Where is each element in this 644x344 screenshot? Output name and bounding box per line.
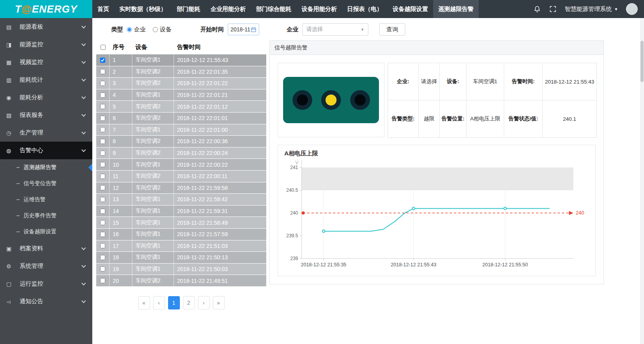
table-row[interactable]: 5车间空调22018-11-22 22:01:12 bbox=[96, 101, 266, 113]
table-row[interactable]: 3车间空调22018-11-22 22:01:22 bbox=[96, 78, 266, 89]
row-checkbox[interactable] bbox=[100, 93, 105, 98]
sidebar-item[interactable]: ◨能源监控 bbox=[0, 36, 92, 53]
type-radio-device[interactable]: 设备 bbox=[153, 26, 172, 33]
sidebar-item-label: 生产管理 bbox=[20, 129, 43, 137]
row-checkbox[interactable] bbox=[100, 139, 105, 144]
table-row[interactable]: 18车间空调12018-11-22 21:50:13 bbox=[96, 252, 266, 264]
row-checkbox[interactable] bbox=[100, 127, 105, 132]
table-row[interactable]: 8车间空调22018-11-22 22:00:36 bbox=[96, 136, 266, 147]
stats-icon: ▥ bbox=[6, 77, 16, 83]
sidebar-item[interactable]: ◅通知公告 bbox=[0, 293, 92, 310]
table-row[interactable]: 6车间空调22018-11-22 22:01:01 bbox=[96, 113, 266, 124]
page-scrollbar[interactable] bbox=[640, 18, 644, 344]
table-row[interactable]: 11车间空调22018-11-22 22:00:11 bbox=[96, 171, 266, 182]
table-row[interactable]: 17车间空调12018-11-22 21:51:03 bbox=[96, 240, 266, 252]
table-row[interactable]: 14车间空调12018-11-22 21:59:31 bbox=[96, 206, 266, 217]
row-time: 2018-11-22 21:49:51 bbox=[174, 275, 266, 286]
sidebar-item[interactable]: ◷生产管理 bbox=[0, 124, 92, 142]
row-checkbox[interactable] bbox=[100, 151, 105, 156]
row-checkbox[interactable] bbox=[100, 232, 105, 237]
row-checkbox[interactable] bbox=[100, 162, 105, 167]
row-checkbox[interactable] bbox=[100, 81, 105, 86]
page-button[interactable]: » bbox=[213, 296, 225, 309]
sidebar-item[interactable]: ▦视频监控 bbox=[0, 53, 92, 71]
row-checkbox[interactable] bbox=[100, 116, 105, 121]
table-row[interactable]: 12车间空调22018-11-22 21:59:58 bbox=[96, 182, 266, 194]
sidebar-item[interactable]: ▥能耗统计 bbox=[0, 71, 92, 89]
query-button[interactable]: 查询 bbox=[379, 23, 405, 36]
page-button[interactable]: ‹ bbox=[153, 296, 165, 309]
topnav-item[interactable]: 首页 bbox=[92, 0, 114, 18]
fullscreen-icon[interactable] bbox=[549, 5, 557, 13]
row-checkbox[interactable] bbox=[100, 209, 105, 214]
avatar[interactable] bbox=[626, 3, 638, 15]
topnav-item[interactable]: 日报表（电） bbox=[342, 0, 388, 18]
row-checkbox[interactable] bbox=[100, 58, 105, 63]
row-checkbox[interactable] bbox=[100, 104, 105, 109]
row-device: 车间空调1 bbox=[132, 229, 174, 240]
sidebar-subitem[interactable]: 历史事件告警 bbox=[0, 207, 92, 224]
scrollbar-thumb[interactable] bbox=[640, 41, 644, 82]
svg-text:240: 240 bbox=[290, 210, 298, 216]
row-no: 16 bbox=[110, 229, 132, 240]
row-checkbox[interactable] bbox=[100, 243, 105, 248]
notice-icon: ◅ bbox=[6, 298, 16, 305]
table-row[interactable]: 15车间空调12018-11-22 21:58:49 bbox=[96, 217, 266, 229]
sidebar-item[interactable]: ▢运行监控 bbox=[0, 275, 92, 293]
page-button[interactable]: 1 bbox=[168, 296, 180, 309]
sidebar-subitem[interactable]: 运维告警 bbox=[0, 191, 92, 207]
sidebar-subitem[interactable]: 信号变位告警 bbox=[0, 175, 92, 191]
table-row[interactable]: 2车间空调22018-11-22 22:01:35 bbox=[96, 66, 266, 78]
topnav-item[interactable]: 部门能耗 bbox=[172, 0, 205, 18]
main-content: 类型 企业 设备 开始时间 2018-11 企业 请选择 ▼ 查询 序号 bbox=[92, 18, 644, 344]
topnav-item[interactable]: 遥测越限告警 bbox=[433, 0, 479, 18]
table-row[interactable]: 9车间空调22018-11-22 22:00:24 bbox=[96, 147, 266, 159]
enterprise-select[interactable]: 请选择 ▼ bbox=[302, 23, 368, 36]
radio-device[interactable] bbox=[153, 27, 158, 32]
sidebar-item[interactable]: ⚙系统管理 bbox=[0, 257, 92, 275]
sidebar-item[interactable]: ▤能源看板 bbox=[0, 18, 92, 36]
row-checkbox[interactable] bbox=[100, 266, 105, 271]
topnav-item[interactable]: 实时数据（秒级） bbox=[114, 0, 172, 18]
table-row[interactable]: 13车间空调12018-11-22 21:59:42 bbox=[96, 194, 266, 206]
table-row[interactable]: 1车间空调12018-12-12 21:55:43 bbox=[96, 55, 266, 66]
sidebar-subitem[interactable]: 设备越限设置 bbox=[0, 224, 92, 240]
row-time: 2018-11-22 22:00:11 bbox=[174, 171, 266, 182]
table-row[interactable]: 4车间空调12018-11-22 22:01:21 bbox=[96, 89, 266, 101]
table-row[interactable]: 20车间空调22018-11-22 21:49:51 bbox=[96, 275, 266, 287]
type-radio-enterprise[interactable]: 企业 bbox=[127, 26, 146, 33]
row-checkbox[interactable] bbox=[100, 255, 105, 260]
sidebar-subitem[interactable]: 遥测越限告警 bbox=[0, 159, 92, 175]
sidebar-item[interactable]: ▧报表服务 bbox=[0, 106, 92, 124]
table-row[interactable]: 19车间空调12018-11-22 21:50:03 bbox=[96, 264, 266, 275]
row-checkbox[interactable] bbox=[100, 69, 105, 74]
page-button[interactable]: › bbox=[198, 296, 210, 309]
row-device: 车间空调1 bbox=[132, 89, 174, 101]
row-checkbox[interactable] bbox=[100, 185, 105, 190]
row-time: 2018-11-22 22:01:22 bbox=[174, 78, 266, 89]
system-menu[interactable]: 智慧能源管理系统▼ bbox=[565, 5, 618, 13]
panel-title: 信号越限告警 bbox=[270, 41, 604, 55]
table-row[interactable]: 7车间空调12018-11-22 22:01:00 bbox=[96, 124, 266, 136]
row-checkbox[interactable] bbox=[100, 197, 105, 202]
topnav-item[interactable]: 设备用能分析 bbox=[296, 0, 342, 18]
row-checkbox[interactable] bbox=[100, 220, 105, 225]
select-all-checkbox[interactable] bbox=[101, 45, 106, 50]
sidebar-item[interactable]: ◉能耗分析 bbox=[0, 89, 92, 106]
start-date-input[interactable]: 2018-11 bbox=[228, 24, 259, 35]
table-row[interactable]: 10车间空调12018-11-22 22:00:22 bbox=[96, 159, 266, 171]
row-checkbox[interactable] bbox=[100, 174, 105, 179]
topnav-item[interactable]: 企业用能分析 bbox=[205, 0, 251, 18]
page-button[interactable]: « bbox=[138, 296, 150, 309]
bell-icon[interactable] bbox=[533, 5, 541, 13]
table-header: 序号 设备 告警时间 bbox=[96, 40, 266, 55]
production-icon: ◷ bbox=[6, 130, 16, 136]
page-button[interactable]: 2 bbox=[183, 296, 195, 309]
topnav-item[interactable]: 设备越限设置 bbox=[388, 0, 433, 18]
table-row[interactable]: 16车间空调12018-11-22 21:57:59 bbox=[96, 229, 266, 240]
radio-enterprise[interactable] bbox=[127, 27, 132, 32]
topnav-item[interactable]: 部门综合能耗 bbox=[251, 0, 296, 18]
sidebar-item[interactable]: ◍告警中心 bbox=[0, 142, 92, 159]
sidebar-item[interactable]: ▣档案资料 bbox=[0, 240, 92, 257]
row-checkbox[interactable] bbox=[100, 278, 105, 283]
